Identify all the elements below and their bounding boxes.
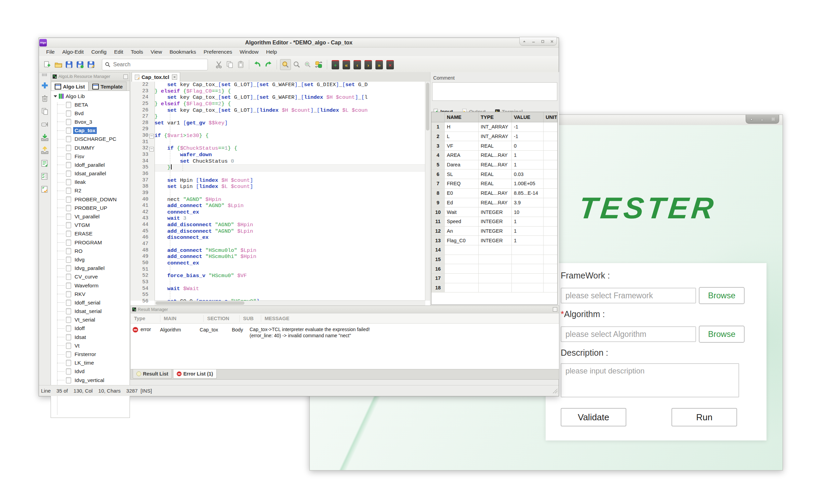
input-table-row[interactable]: 16 [431,264,557,274]
collapse-panel-icon[interactable] [123,74,128,79]
tree-item-dummy[interactable]: DUMMY [51,144,130,152]
tree-item-cap-tox[interactable]: Cap_tox [51,126,130,135]
code-line-41[interactable]: add_connect "AGND" $Lpin [155,203,425,209]
code-line-44[interactable]: add_disconnect "AGND" $Hpin [155,222,425,228]
tree-item-lk-time[interactable]: LK_time [51,359,130,367]
input-table-row[interactable]: 14 [431,245,557,255]
code-line-43[interactable]: wait 3 [155,215,425,222]
minimize-icon[interactable] [532,40,535,43]
code-line-42[interactable]: connect_ex [155,209,425,216]
menu-item-tools[interactable]: Tools [127,49,147,55]
find-previous-icon[interactable] [303,59,313,70]
input-table-row[interactable]: 1HINT_ARRAY-1 [431,122,557,132]
first-bookmark-icon[interactable]: « [341,59,351,70]
code-line-54[interactable]: wait $Wait [155,286,425,292]
code-line-45[interactable]: add_disconnect "AGND" $Lpin [155,228,425,235]
tree-item-ro[interactable]: RO [51,247,130,255]
clear-bookmarks-icon[interactable]: × [385,59,395,70]
previous-bookmark-icon[interactable]: ‹ [352,59,362,70]
chevron-down-icon[interactable] [54,95,57,97]
tree-item-idvg-vertical[interactable]: Idvg_vertical [51,376,130,384]
code-line-28[interactable]: set var1 [get_gv $$key] [155,120,425,126]
save-as-icon[interactable] [75,59,85,70]
input-table-row[interactable]: 18 [431,283,557,293]
input-table-row[interactable]: 17 [431,274,557,283]
horizontal-scrollbar-thumb[interactable] [156,301,244,305]
tree-item-vtgm[interactable]: VTGM [51,221,130,230]
code-line-40[interactable]: nect "AGND" $Hpin [155,196,425,203]
code-line-38[interactable]: set Lpin [lindex $L $count] [155,183,425,190]
import-algorithm-icon[interactable] [40,133,50,142]
tree-item-bvd[interactable]: Bvd [51,109,130,118]
code-line-53[interactable] [155,279,425,286]
tree-item-program[interactable]: PROGRAM [51,238,130,247]
tree-item-vt-parallel[interactable]: Vt_parallel [51,212,130,221]
tree-item-ileak[interactable]: Ileak [51,178,130,187]
menu-item-edit[interactable]: Edit [110,49,127,55]
new-file-icon[interactable] [42,59,52,70]
tree-root-algo-lib[interactable]: Algo Lib [51,92,130,100]
tree-item-idvd[interactable]: Idvd [51,367,130,376]
result-error-row[interactable]: error Algorithm Cap_tox Body Cap_tox->TC… [131,324,559,339]
run-button[interactable]: Run [671,408,737,426]
tree-item-idsat-parallel[interactable]: Idsat_parallel [51,169,130,178]
tree-item-idsat[interactable]: Idsat [51,333,130,341]
input-table-row[interactable]: 3VFREAL0 [431,141,557,151]
redo-icon[interactable] [263,59,274,70]
code-lines[interactable]: set key Cap_tox_[set G_LOT]_[set G_WAFER… [155,82,425,301]
add-bookmark-icon[interactable]: + [330,59,341,70]
code-line-47[interactable] [155,241,425,247]
validate-button[interactable]: Validate [561,408,626,426]
toolbar-grip[interactable] [42,73,48,76]
menu-item-algo-edit[interactable]: Algo-Edit [58,49,88,55]
tree-item-idsat-serial[interactable]: Idsat_serial [51,307,130,316]
find-icon[interactable] [292,59,302,70]
tree-item-prober-down[interactable]: PROBER_DOWN [51,195,130,204]
editor-titlebar[interactable]: Algo Algorithm Editor - *DEMO_algo - Cap… [39,38,559,47]
open-file-icon[interactable] [53,59,63,70]
resize-grip[interactable] [553,389,558,393]
code-line-27[interactable]: } [155,113,425,120]
next-bookmark-icon[interactable]: › [363,59,373,70]
tab-template[interactable]: Template [89,82,126,91]
check-syntax-icon[interactable] [40,185,50,194]
validate-list-icon[interactable] [40,159,50,168]
code-line-33[interactable]: wafer_down [155,152,425,158]
code-line-48[interactable]: add_connect "HScmu0lo" $Lpin [155,247,425,254]
tree-item-erase[interactable]: ERASE [51,230,130,238]
code-line-26[interactable]: set key Cap_tox_[set G_LOT]_[lindex $H $… [155,107,425,114]
minimize-icon[interactable] [760,117,764,121]
code-line-34[interactable]: set ChuckStatus 0 [155,158,425,165]
vertical-scrollbar-thumb[interactable] [426,83,429,131]
tree-item-r2[interactable]: R2 [51,187,130,195]
input-table-row[interactable]: 2LINT_ARRAY-1 [431,132,557,141]
tree-item-rkv[interactable]: RKV [51,290,130,298]
code-line-35[interactable]: } [155,164,425,171]
code-line-39[interactable] [155,190,425,196]
code-line-55[interactable] [155,292,425,298]
tab-algo-list[interactable]: Algo List [51,82,89,91]
maximize-icon[interactable] [541,40,545,43]
menu-item-view[interactable]: View [147,49,166,55]
last-bookmark-icon[interactable]: » [374,59,384,70]
code-line-36[interactable] [155,171,425,177]
input-table-row[interactable]: 5DareaREAL...RAY1 [431,160,557,170]
find-replace-icon[interactable] [314,59,324,70]
tree-item-idoff-parallel[interactable]: Idoff_parallel [51,161,130,169]
close-tab-icon[interactable] [172,74,177,80]
add-algorithm-icon[interactable] [40,81,50,90]
save-all-icon[interactable] [86,59,96,70]
input-table-row[interactable]: 4AREAREAL...RAY1 [431,151,557,160]
code-editor-area[interactable]: 2223242526272829303132333435363738394041… [130,82,430,305]
menu-item-bookmarks[interactable]: Bookmarks [166,49,200,55]
maximize-panel-icon[interactable] [553,307,557,312]
export-algorithm-icon[interactable] [40,146,50,155]
code-line-22[interactable]: set key Cap_tox_[set G_LOT]_[set G_WAFER… [155,82,425,88]
tree-item-discharge-pc[interactable]: DISCHARGE_PC [51,135,130,144]
tab-error-list[interactable]: Error List (1) [173,369,217,379]
menu-item-preferences[interactable]: Preferences [200,49,236,55]
rename-algorithm-icon[interactable] [40,120,50,129]
code-line-32[interactable]: if {$ChuckStatus==1} { [155,145,425,152]
paste-icon[interactable] [236,59,246,70]
input-table-row[interactable]: 7FREQREAL1.00E+05 [431,179,557,189]
